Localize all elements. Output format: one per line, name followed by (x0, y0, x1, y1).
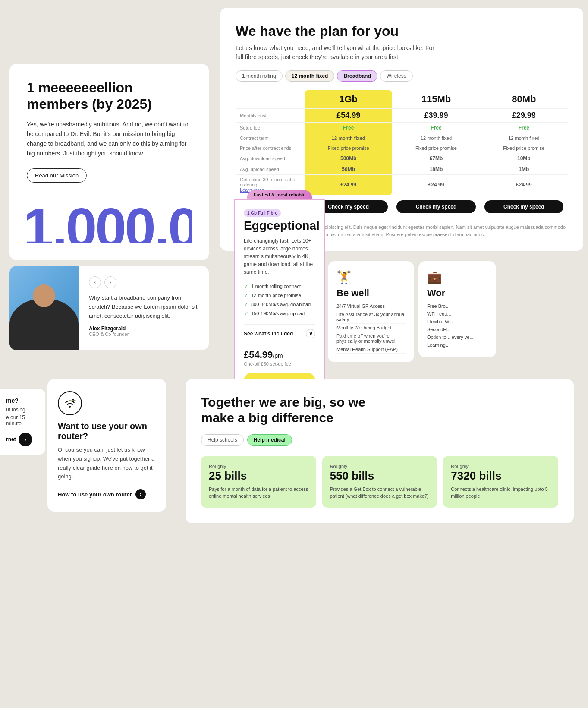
testimonial-card: ‹ › Why start a broadband company from s… (9, 266, 209, 350)
impact-number-3: 7320 bills (451, 470, 550, 482)
person-head (33, 284, 55, 307)
internet-link-row: rnet › (6, 433, 39, 446)
toggle-icon: ∨ (306, 329, 315, 338)
price-period: /pm (273, 352, 283, 359)
router-link[interactable]: How to use your own router › (58, 489, 156, 499)
internet-partial-card: me? ut losing e our 15 minute rnet › (0, 389, 45, 455)
speed-80mb: 80Mb (512, 94, 536, 104)
promise-80mb: Fixed price promise (480, 143, 568, 153)
router-link-text: How to use your own router (58, 491, 132, 498)
impact-number-2: 550 bills (330, 470, 430, 482)
impact-desc-3: Connects a healthcare clinic, impacting … (451, 486, 550, 500)
see-included-label: See what's included (244, 331, 293, 337)
cta-115mb: Check my speed (392, 195, 480, 217)
million-members-card: 1 meeeeeeellion members (by 2025) Yes, w… (9, 64, 209, 260)
be-well-card: 🏋️ Be well 24/7 Virtual GP Access Life A… (328, 261, 414, 362)
million-title: 1 meeeeeeellion members (by 2025) (27, 79, 192, 113)
price-80mb: £29.99 (480, 109, 568, 123)
impact-desc-1: Pays for a month of data for a patient t… (209, 486, 308, 500)
table-header-1gb: 1Gb (305, 90, 392, 109)
router-title: Want to use your own router? (58, 421, 156, 441)
router-body: Of course you can, just let us know when… (58, 446, 156, 481)
impact-card-2: Roughly 550 bills Provides a Get Box to … (322, 456, 437, 508)
impact-card-3: Roughly 7320 bills Connects a healthcare… (443, 456, 558, 508)
price-amount: £54.99 (244, 349, 273, 360)
tab-wireless[interactable]: Wireless (380, 70, 413, 82)
router-link-arrow: › (135, 489, 146, 499)
see-included-toggle[interactable]: See what's included ∨ (244, 324, 315, 343)
work-benefit-4: SecondH... (427, 326, 487, 333)
work-title: Wor (427, 288, 487, 299)
download-80mb: 10Mb (480, 153, 568, 164)
impact-desc-2: Provides a Get Box to connect a vulnerab… (330, 486, 430, 500)
download-115mb: 67Mb (392, 153, 480, 164)
plan-type-badge: 1 Gb Full Fibre (244, 209, 281, 217)
impact-cards: Roughly 25 bills Pays for a month of dat… (201, 456, 558, 508)
getonline-80mb: £24.99 (480, 175, 568, 195)
benefit-5: Mental Health Support (EAP) (336, 345, 406, 354)
internet-text3: e our 15 minute (6, 414, 39, 427)
feature-3: ✓ 800-840Mb/s avg. download (244, 300, 315, 309)
plan-tabs-row: 1 month rolling 12 month fixed Broadband… (236, 70, 568, 82)
work-benefit-5: Option to... every ye... (427, 333, 487, 341)
setup-115mb: Free (392, 123, 480, 133)
label-upload: Avg. upload speed (236, 164, 305, 175)
promise-115mb: Fixed price promise (392, 143, 480, 153)
setup-80mb: Free (480, 123, 568, 133)
work-benefit-1: Free Bro... (427, 302, 487, 310)
next-arrow[interactable]: › (104, 276, 116, 288)
router-card: Wi-Fi Want to use your own router? Of co… (47, 379, 166, 512)
roughly-3: Roughly (451, 464, 550, 469)
table-header-80mb: 80Mb (480, 90, 568, 109)
fastest-badge: Fastest & most reliable (247, 190, 312, 199)
check-speed-80mb-btn[interactable]: Check my speed (484, 200, 563, 213)
be-well-icon: 🏋️ (336, 270, 406, 284)
price-115mb: £39.99 (392, 109, 480, 123)
tab-1month[interactable]: 1 month rolling (236, 70, 283, 82)
label-setup: Setup fee (236, 123, 305, 133)
plan-title: We have the plan for you (236, 23, 568, 39)
table-row-setup: Setup fee Free Free Free (236, 123, 568, 133)
work-icon: 💼 (427, 270, 487, 284)
tab-help-medical[interactable]: Help medical (247, 434, 292, 446)
check-icon-2: ✓ (244, 292, 248, 299)
download-1gb: 500Mb (305, 153, 392, 164)
table-header-115mb: 115Mb (392, 90, 480, 109)
work-card: 💼 Wor Free Bro... WFH equ... Flexible W.… (418, 261, 496, 357)
big-difference-card: Together we are big, so we make a big di… (186, 379, 574, 523)
eggceptional-outer: Fastest & most reliable 1 Gb Full Fibre … (234, 190, 325, 399)
roughly-2: Roughly (330, 464, 430, 469)
testimonial-image (9, 266, 79, 350)
svg-point-0 (69, 406, 71, 408)
tab-broadband[interactable]: Broadband (337, 70, 377, 82)
read-mission-button[interactable]: Read our Mission (27, 168, 87, 183)
work-benefit-3: Flexible W... (427, 318, 487, 326)
work-benefit-2: WFH equ... (427, 310, 487, 318)
feature-2: ✓ 12-month price promise (244, 291, 315, 300)
big-number: 1,000,000 (27, 200, 192, 243)
roughly-1: Roughly (209, 464, 308, 469)
be-well-title: Be well (336, 288, 406, 299)
benefit-2: Life Assurance at 3x your annual salary (336, 310, 406, 324)
label-contract: Contract term (236, 133, 305, 143)
tab-12month[interactable]: 12 month fixed (285, 70, 335, 82)
check-icon-1: ✓ (244, 283, 248, 290)
tab-help-schools[interactable]: Help schools (201, 434, 244, 446)
check-speed-115mb-btn[interactable]: Check my speed (396, 200, 475, 213)
impact-card-1: Roughly 25 bills Pays for a month of dat… (201, 456, 316, 508)
table-header-labels (236, 90, 305, 109)
fastest-badge-container: Fastest & most reliable (234, 190, 325, 199)
feature-4: ✓ 150-190Mb/s avg. upload (244, 309, 315, 318)
cta-80mb: Check my speed (480, 195, 568, 217)
speed-1gb: 1Gb (339, 94, 358, 104)
person-role: CEO & Co-founder (89, 332, 198, 337)
table-row-download: Avg. download speed 500Mb 67Mb 10Mb (236, 153, 568, 164)
person-name: Alex Fitzgerald (89, 326, 198, 332)
price-setup: One-off £60 set-up fee (244, 361, 315, 367)
label-monthly: Monthly cost (236, 109, 305, 123)
eggceptional-card: 1 Gb Full Fibre Eggceptional Life-changi… (234, 199, 325, 399)
feature-1: ✓ 1-month rolling contract (244, 282, 315, 291)
prev-arrow[interactable]: ‹ (89, 276, 101, 288)
internet-arrow[interactable]: › (19, 433, 32, 446)
upload-115mb: 18Mb (392, 164, 480, 175)
